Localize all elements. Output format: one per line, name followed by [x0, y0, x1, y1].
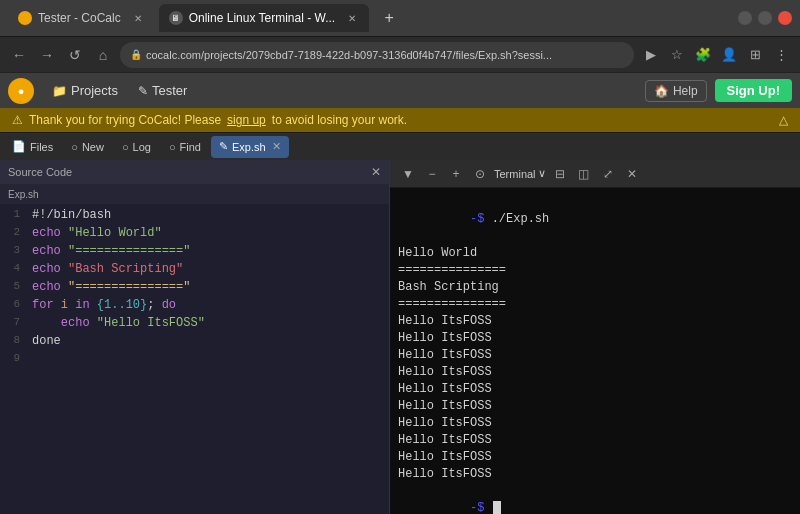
term-line-cmd: -$ ./Exp.sh [398, 194, 792, 245]
tab-cocalc-close[interactable]: ✕ [131, 11, 145, 25]
term-line-7: Hello ItsFOSS [398, 347, 792, 364]
tab-terminal[interactable]: 🖥 Online Linux Terminal - W... ✕ [159, 4, 370, 32]
code-editor[interactable]: 1 #!/bin/bash 2 echo "Hello World" 3 ech… [0, 204, 389, 514]
expsh-icon: ✎ [219, 140, 228, 153]
cocalc-favicon [18, 11, 32, 25]
filetab-find[interactable]: ○ Find [161, 136, 209, 158]
term-close-btn[interactable]: ✕ [622, 164, 642, 184]
nav-tester-label: Tester [152, 83, 187, 98]
lock-icon: 🔒 [130, 49, 142, 60]
term-split-v-btn[interactable]: ◫ [574, 164, 594, 184]
filetab-expsh-label: Exp.sh [232, 141, 266, 153]
term-line-12: Hello ItsFOSS [398, 432, 792, 449]
tab-cocalc[interactable]: Tester - CoCalc ✕ [8, 4, 155, 32]
title-bar: Tester - CoCalc ✕ 🖥 Online Linux Termina… [0, 0, 800, 36]
url-bar[interactable]: 🔒 cocalc.com/projects/2079cbd7-7189-422d… [120, 42, 634, 68]
tester-icon: ✎ [138, 84, 148, 98]
window-close[interactable] [778, 11, 792, 25]
help-label: Help [673, 84, 698, 98]
term-split-h-btn[interactable]: ⊟ [550, 164, 570, 184]
code-line-7: 7 echo "Hello ItsFOSS" [0, 316, 389, 334]
profile-icon[interactable]: 👤 [718, 44, 740, 66]
warning-link[interactable]: sign up [227, 113, 266, 127]
filetab-log[interactable]: ○ Log [114, 136, 159, 158]
find-icon: ○ [169, 141, 176, 153]
star-icon[interactable]: ☆ [666, 44, 688, 66]
terminal-body[interactable]: -$ ./Exp.sh Hello World =============== … [390, 188, 800, 514]
term-line-4: =============== [398, 296, 792, 313]
code-line-4: 4 echo "Bash Scripting" [0, 262, 389, 280]
term-line-2: =============== [398, 262, 792, 279]
filetab-log-label: Log [133, 141, 151, 153]
puzzle-icon[interactable]: ⊞ [744, 44, 766, 66]
term-expand-btn[interactable]: ⤢ [598, 164, 618, 184]
terminal-favicon: 🖥 [169, 11, 183, 25]
log-icon: ○ [122, 141, 129, 153]
nav-projects[interactable]: 📁 Projects [42, 79, 128, 102]
term-line-11: Hello ItsFOSS [398, 415, 792, 432]
code-line-1: 1 #!/bin/bash [0, 208, 389, 226]
term-line-10: Hello ItsFOSS [398, 398, 792, 415]
term-line-9: Hello ItsFOSS [398, 381, 792, 398]
help-button[interactable]: 🏠 Help [645, 80, 707, 102]
main-content: Source Code ✕ Exp.sh 1 #!/bin/bash 2 ech… [0, 160, 800, 514]
nav-tester[interactable]: ✎ Tester [128, 79, 197, 102]
source-title: Source Code [8, 166, 72, 178]
term-folder-btn[interactable]: ▼ [398, 164, 418, 184]
term-line-13: Hello ItsFOSS [398, 449, 792, 466]
warning-text2: to avoid losing your work. [272, 113, 407, 127]
term-plus-btn[interactable]: + [446, 164, 466, 184]
filetab-find-label: Find [180, 141, 201, 153]
nav-projects-label: Projects [71, 83, 118, 98]
window-minimize[interactable] [738, 11, 752, 25]
app-bar: ● 📁 Projects ✎ Tester 🏠 Help Sign Up! [0, 72, 800, 108]
warning-text: Thank you for trying CoCalc! Please [29, 113, 221, 127]
forward-button[interactable]: → [36, 44, 58, 66]
signup-button[interactable]: Sign Up! [715, 79, 792, 102]
filetab-expsh-close[interactable]: ✕ [272, 140, 281, 153]
help-icon: 🏠 [654, 84, 669, 98]
term-prompt-line: -$ [398, 483, 792, 514]
window-maximize[interactable] [758, 11, 772, 25]
window-controls [738, 11, 792, 25]
tab-terminal-close[interactable]: ✕ [345, 11, 359, 25]
home-button[interactable]: ⌂ [92, 44, 114, 66]
code-line-2: 2 echo "Hello World" [0, 226, 389, 244]
file-breadcrumb: Exp.sh [0, 184, 389, 204]
filetab-new-label: New [82, 141, 104, 153]
term-line-14: Hello ItsFOSS [398, 466, 792, 483]
filetab-new[interactable]: ○ New [63, 136, 112, 158]
code-line-8: 8 done [0, 334, 389, 352]
back-button[interactable]: ← [8, 44, 30, 66]
terminal-panel: ▼ − + ⊙ Terminal ∨ ⊟ ◫ ⤢ ✕ -$ ./Exp.sh H… [390, 160, 800, 514]
term-clock-btn[interactable]: ⊙ [470, 164, 490, 184]
terminal-cursor [493, 501, 501, 514]
warning-icon: ⚠ [12, 113, 23, 127]
filetab-files[interactable]: 📄 Files [4, 136, 61, 158]
filetab-expsh[interactable]: ✎ Exp.sh ✕ [211, 136, 289, 158]
term-line-1: Hello World [398, 245, 792, 262]
app-right: 🏠 Help Sign Up! [645, 79, 792, 102]
reload-button[interactable]: ↺ [64, 44, 86, 66]
term-line-6: Hello ItsFOSS [398, 330, 792, 347]
code-line-6: 6 for i in {1..10}; do [0, 298, 389, 316]
tab-terminal-label: Online Linux Terminal - W... [189, 11, 336, 25]
app-logo: ● [8, 78, 34, 104]
term-minus-btn[interactable]: − [422, 164, 442, 184]
address-bar: ← → ↺ ⌂ 🔒 cocalc.com/projects/2079cbd7-7… [0, 36, 800, 72]
code-line-5: 5 echo "===============" [0, 280, 389, 298]
term-line-5: Hello ItsFOSS [398, 313, 792, 330]
new-tab-button[interactable]: + [377, 6, 401, 30]
browser-toolbar: ▶ ☆ 🧩 👤 ⊞ ⋮ [640, 44, 792, 66]
cast-icon[interactable]: ▶ [640, 44, 662, 66]
files-icon: 📄 [12, 140, 26, 153]
extensions-icon[interactable]: 🧩 [692, 44, 714, 66]
projects-icon: 📁 [52, 84, 67, 98]
menu-icon[interactable]: ⋮ [770, 44, 792, 66]
terminal-header: ▼ − + ⊙ Terminal ∨ ⊟ ◫ ⤢ ✕ [390, 160, 800, 188]
term-line-3: Bash Scripting [398, 279, 792, 296]
source-close[interactable]: ✕ [371, 165, 381, 179]
warning-banner: ⚠ Thank you for trying CoCalc! Please si… [0, 108, 800, 132]
file-tabs: 📄 Files ○ New ○ Log ○ Find ✎ Exp.sh ✕ [0, 132, 800, 160]
warning-dismiss[interactable]: △ [779, 113, 788, 127]
